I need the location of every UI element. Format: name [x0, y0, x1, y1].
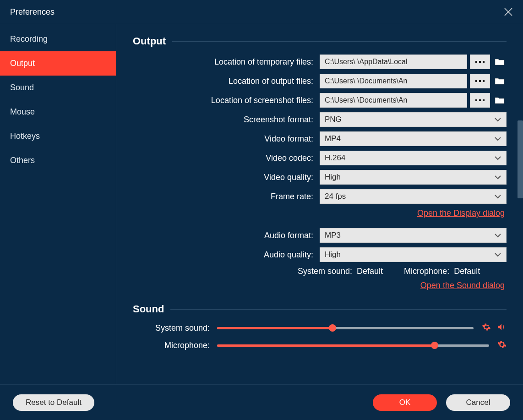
- ellipsis-icon: [475, 99, 485, 101]
- system-sound-settings-button[interactable]: [482, 322, 491, 333]
- video-codec-select[interactable]: H.264: [320, 151, 507, 165]
- chevron-down-icon: [494, 117, 501, 122]
- gear-icon: [482, 322, 491, 332]
- system-sound-slider[interactable]: [217, 327, 474, 329]
- chevron-down-icon: [494, 252, 501, 257]
- frame-rate-value: 24 fps: [325, 192, 346, 201]
- folder-icon: [495, 77, 505, 85]
- sidebar-item-recording[interactable]: Recording: [0, 27, 116, 51]
- video-quality-label: Video quality:: [133, 173, 320, 182]
- system-sound-device-value: Default: [357, 267, 383, 276]
- output-heading: Output: [133, 35, 166, 47]
- speaker-icon: [496, 322, 507, 332]
- chevron-down-icon: [494, 194, 501, 199]
- microphone-device-value: Default: [454, 267, 480, 276]
- microphone-slider-label: Microphone:: [133, 341, 217, 350]
- system-sound-slider-thumb[interactable]: [329, 324, 336, 332]
- section-divider: [170, 309, 507, 310]
- output-files-open-folder-button[interactable]: [493, 74, 507, 88]
- cancel-button[interactable]: Cancel: [446, 394, 510, 411]
- video-quality-select[interactable]: High: [320, 170, 507, 185]
- audio-format-select[interactable]: MP3: [320, 228, 507, 243]
- screenshot-format-label: Screenshot format:: [133, 115, 320, 125]
- video-format-select[interactable]: MP4: [320, 131, 507, 146]
- sidebar: Recording Output Sound Mouse Hotkeys Oth…: [0, 24, 116, 384]
- screenshot-files-open-folder-button[interactable]: [493, 93, 507, 108]
- close-icon: [503, 7, 513, 17]
- chevron-down-icon: [494, 233, 501, 238]
- sidebar-item-mouse[interactable]: Mouse: [0, 100, 116, 124]
- ellipsis-icon: [475, 61, 485, 63]
- video-format-value: MP4: [325, 134, 341, 143]
- sidebar-item-others[interactable]: Others: [0, 148, 116, 173]
- microphone-settings-button[interactable]: [497, 340, 507, 351]
- output-files-label: Location of output files:: [133, 76, 320, 86]
- temp-files-label: Location of temporary files:: [133, 57, 320, 67]
- frame-rate-label: Frame rate:: [133, 192, 320, 202]
- close-button[interactable]: [502, 5, 515, 18]
- video-format-label: Video format:: [133, 134, 320, 144]
- section-divider: [172, 41, 507, 42]
- audio-format-value: MP3: [325, 231, 341, 240]
- chevron-down-icon: [494, 175, 501, 180]
- screenshot-format-value: PNG: [325, 115, 342, 124]
- open-sound-dialog-link[interactable]: Open the Sound dialog: [420, 281, 505, 290]
- screenshot-format-select[interactable]: PNG: [320, 112, 507, 127]
- microphone-device-label: Microphone:: [404, 267, 449, 276]
- audio-format-label: Audio format:: [133, 231, 320, 240]
- system-sound-speaker-button[interactable]: [496, 322, 507, 333]
- video-codec-label: Video codec:: [133, 153, 320, 163]
- ok-button[interactable]: OK: [373, 394, 437, 411]
- reset-to-default-button[interactable]: Reset to Default: [13, 394, 94, 411]
- sidebar-item-sound[interactable]: Sound: [0, 76, 116, 100]
- folder-icon: [495, 96, 505, 104]
- screenshot-files-input[interactable]: C:\Users\ \Documents\An: [320, 93, 467, 108]
- temp-files-open-folder-button[interactable]: [493, 55, 507, 69]
- window-title: Preferences: [10, 7, 54, 17]
- microphone-slider[interactable]: [217, 344, 489, 347]
- temp-files-browse-button[interactable]: [470, 55, 490, 69]
- screenshot-files-label: Location of screenshot files:: [133, 96, 320, 105]
- open-display-dialog-link[interactable]: Open the Display dialog: [417, 208, 505, 218]
- video-quality-value: High: [325, 173, 341, 182]
- ellipsis-icon: [475, 80, 485, 82]
- chevron-down-icon: [494, 156, 501, 160]
- temp-files-input[interactable]: C:\Users\ \AppData\Local: [320, 55, 467, 69]
- audio-quality-value: High: [325, 250, 341, 259]
- system-sound-device-label: System sound:: [298, 267, 352, 276]
- content-pane: Output Location of temporary files: C:\U…: [116, 24, 523, 384]
- scrollbar-thumb[interactable]: [518, 120, 523, 198]
- folder-icon: [495, 58, 505, 66]
- chevron-down-icon: [494, 136, 501, 141]
- frame-rate-select[interactable]: 24 fps: [320, 189, 507, 204]
- gear-icon: [497, 340, 507, 349]
- output-files-input[interactable]: C:\Users\ \Documents\An: [320, 74, 467, 88]
- system-sound-slider-label: System sound:: [133, 323, 217, 333]
- screenshot-files-browse-button[interactable]: [470, 93, 490, 108]
- microphone-slider-thumb[interactable]: [431, 342, 438, 349]
- audio-quality-label: Audio quality:: [133, 250, 320, 260]
- video-codec-value: H.264: [325, 153, 345, 163]
- sound-heading: Sound: [133, 303, 164, 315]
- sidebar-item-hotkeys[interactable]: Hotkeys: [0, 124, 116, 148]
- output-files-browse-button[interactable]: [470, 74, 490, 88]
- audio-quality-select[interactable]: High: [320, 247, 507, 262]
- sidebar-item-output[interactable]: Output: [0, 51, 116, 76]
